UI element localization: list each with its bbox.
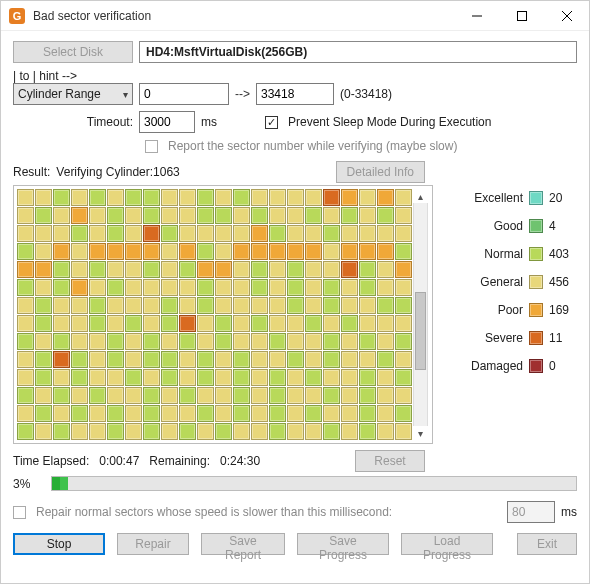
sector-cell (215, 297, 232, 314)
legend-row-normal: Normal403 (441, 247, 577, 261)
sector-cell (395, 279, 412, 296)
range-mode-select[interactable]: Cylinder Range ▾ (13, 83, 133, 105)
sector-cell (17, 261, 34, 278)
close-button[interactable] (544, 1, 589, 30)
sector-cell (251, 243, 268, 260)
legend-row-general: General456 (441, 275, 577, 289)
sector-cell (17, 405, 34, 422)
sector-cell (161, 351, 178, 368)
sector-cell (305, 297, 322, 314)
sector-cell (305, 279, 322, 296)
scroll-thumb[interactable] (415, 292, 426, 370)
sector-cell (143, 279, 160, 296)
sector-cell (107, 405, 124, 422)
sector-cell (305, 225, 322, 242)
legend-swatch-icon (529, 359, 543, 373)
sector-cell (125, 297, 142, 314)
sector-cell (251, 333, 268, 350)
sector-cell (269, 369, 286, 386)
sector-cell (107, 351, 124, 368)
sector-cell (125, 261, 142, 278)
stop-button[interactable]: Stop (13, 533, 105, 555)
sector-cell (269, 189, 286, 206)
sector-cell (341, 207, 358, 224)
sector-cell (359, 297, 376, 314)
sector-cell (323, 369, 340, 386)
report-sector-checkbox[interactable] (145, 140, 158, 153)
sector-cell (395, 297, 412, 314)
remaining-label: Remaining: (149, 454, 210, 468)
sector-cell (197, 207, 214, 224)
repair-speed-input[interactable] (507, 501, 555, 523)
sector-cell (179, 333, 196, 350)
scroll-up-icon[interactable]: ▴ (418, 189, 423, 203)
sector-cell (107, 243, 124, 260)
range-to-input[interactable] (256, 83, 334, 105)
sector-cell (89, 297, 106, 314)
range-arrow-icon: --> (235, 87, 250, 101)
reset-button[interactable]: Reset (355, 450, 425, 472)
sector-cell (395, 189, 412, 206)
sector-cell (125, 279, 142, 296)
sector-cell (35, 351, 52, 368)
sector-cell (35, 315, 52, 332)
sector-cell (305, 315, 322, 332)
sector-cell (341, 243, 358, 260)
sector-cell (125, 315, 142, 332)
sector-cell (53, 387, 70, 404)
sector-cell (179, 189, 196, 206)
exit-button[interactable]: Exit (517, 533, 577, 555)
sector-cell (323, 261, 340, 278)
sector-cell (233, 189, 250, 206)
grid-scrollbar[interactable]: ▴ ▾ (412, 189, 428, 440)
timeout-input[interactable] (139, 111, 195, 133)
sector-cell (161, 189, 178, 206)
load-progress-button[interactable]: Load Progress (401, 533, 493, 555)
sector-cell (341, 225, 358, 242)
save-report-button[interactable]: Save Report (201, 533, 285, 555)
minimize-button[interactable] (454, 1, 499, 30)
legend-row-excellent: Excellent20 (441, 191, 577, 205)
report-sector-label: Report the sector number while verifying… (168, 139, 457, 153)
sector-cell (251, 423, 268, 440)
sector-cell (305, 189, 322, 206)
repair-speed-checkbox[interactable] (13, 506, 26, 519)
detailed-info-button[interactable]: Detailed Info (336, 161, 425, 183)
sector-cell (287, 405, 304, 422)
legend-row-damaged: Damaged0 (441, 359, 577, 373)
legend-name: Poor (463, 303, 523, 317)
sector-cell (251, 387, 268, 404)
sector-cell (107, 189, 124, 206)
sector-cell (215, 261, 232, 278)
sector-cell (377, 261, 394, 278)
select-disk-button[interactable]: Select Disk (13, 41, 133, 63)
sector-cell (359, 261, 376, 278)
sector-cell (197, 243, 214, 260)
progress-percent: 3% (13, 477, 43, 491)
sector-cell (107, 297, 124, 314)
sector-cell (197, 279, 214, 296)
scroll-track[interactable] (413, 203, 428, 426)
repair-speed-label: Repair normal sectors whose speed is slo… (36, 505, 392, 519)
sector-cell (305, 369, 322, 386)
save-progress-button[interactable]: Save Progress (297, 533, 389, 555)
sector-cell (341, 189, 358, 206)
sector-cell (377, 369, 394, 386)
legend-count: 0 (549, 359, 577, 373)
title-bar: G Bad sector verification (1, 1, 589, 31)
sector-cell (323, 423, 340, 440)
sector-cell (287, 261, 304, 278)
scroll-down-icon[interactable]: ▾ (418, 426, 423, 440)
sector-cell (89, 423, 106, 440)
repair-button[interactable]: Repair (117, 533, 189, 555)
sector-cell (377, 279, 394, 296)
sector-cell (125, 405, 142, 422)
sector-cell (215, 333, 232, 350)
sector-cell (89, 369, 106, 386)
sector-cell (143, 387, 160, 404)
range-from-input[interactable] (139, 83, 229, 105)
sector-cell (341, 369, 358, 386)
maximize-button[interactable] (499, 1, 544, 30)
sector-cell (197, 333, 214, 350)
prevent-sleep-checkbox[interactable] (265, 116, 278, 129)
